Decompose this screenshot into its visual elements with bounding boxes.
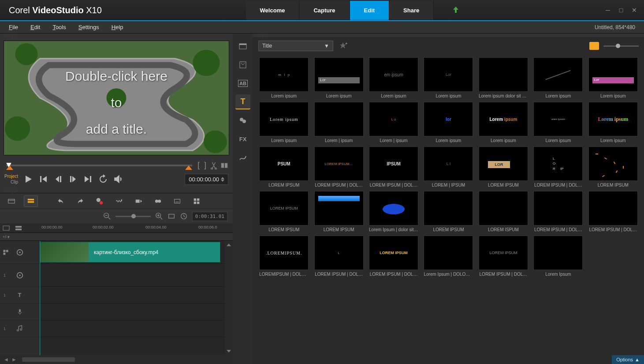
- close-icon[interactable]: ✕: [631, 7, 638, 14]
- title-preset-item[interactable]: LOREM ISPUM: [478, 191, 529, 232]
- title-preset-item[interactable]: LOR IPLOREM IPSUM | DOL…: [532, 146, 584, 188]
- zoom-out-icon[interactable]: [103, 212, 111, 220]
- title-preset-item[interactable]: Lorem ipsumLorem ipsum: [588, 102, 639, 143]
- mark-out-icon[interactable]: [185, 165, 192, 170]
- title-preset-item[interactable]: LorLorem ipsum: [423, 57, 474, 98]
- title-preset-item[interactable]: Lorem | ipsum: [313, 102, 364, 143]
- title-preset-item[interactable]: LOREM IPSUM: [423, 191, 474, 232]
- library-instant-tab[interactable]: [235, 57, 250, 72]
- menu-file[interactable]: File: [9, 24, 18, 30]
- multi-view-button[interactable]: [190, 195, 204, 207]
- menu-edit[interactable]: Edit: [30, 24, 40, 30]
- title-preset-item[interactable]: Lorem ipsumLorem ipsum: [478, 102, 529, 143]
- menu-help[interactable]: Help: [112, 24, 123, 30]
- ruler-view2-icon[interactable]: [12, 223, 25, 233]
- split-icon[interactable]: [220, 161, 228, 169]
- title-preset-item[interactable]: em ipsumLorem ipsum: [368, 57, 419, 98]
- title-preset-item[interactable]: m i pLorem ipsum: [258, 57, 309, 98]
- undo-button[interactable]: [54, 195, 68, 207]
- title-preset-item[interactable]: L oLorem | ipsum: [368, 102, 419, 143]
- voice-track[interactable]: [40, 304, 225, 320]
- add-favorite-icon[interactable]: +: [339, 41, 347, 50]
- menu-settings[interactable]: Settings: [78, 24, 99, 30]
- video-clip[interactable]: картинг-близко_сбоку.mp4: [40, 242, 220, 263]
- tab-welcome[interactable]: Welcome: [246, 1, 300, 20]
- tab-share[interactable]: Share: [389, 1, 434, 20]
- track-motion-button[interactable]: [151, 195, 165, 207]
- title-preset-item[interactable]: LOREM IPSUM: [588, 146, 639, 188]
- subtitle-button[interactable]: [170, 195, 184, 207]
- title-preset-item[interactable]: LORLOREM IPSUM: [478, 146, 529, 188]
- tab-edit[interactable]: Edit: [350, 1, 390, 20]
- zoom-in-icon[interactable]: [155, 212, 163, 220]
- title-preset-item[interactable]: Lorem ipsum dolor sit a…: [478, 57, 529, 98]
- clock-icon[interactable]: [180, 212, 188, 220]
- title-preset-item[interactable]: orem ipsumLorem ipsum: [532, 102, 584, 143]
- prev-frame-icon[interactable]: [53, 174, 63, 184]
- next-frame-icon[interactable]: [68, 174, 78, 184]
- timeline-view-button[interactable]: [24, 195, 38, 207]
- title-preset-item[interactable]: Lorem Ipsum: [532, 236, 584, 277]
- volume-icon[interactable]: [113, 174, 123, 184]
- library-graphic-tab[interactable]: [235, 113, 250, 128]
- video-track[interactable]: картинг-близко_сбоку.mp4: [40, 241, 225, 264]
- scroll-left-icon[interactable]: ◄: [4, 356, 9, 363]
- timecode-up-icon[interactable]: [221, 177, 224, 179]
- audio-mixer-button[interactable]: [112, 195, 126, 207]
- home-icon[interactable]: [38, 174, 48, 184]
- overlay-track[interactable]: [40, 264, 225, 287]
- panel-grip[interactable]: [0, 34, 233, 37]
- video-track-header[interactable]: [0, 241, 39, 264]
- mark-out-bracket[interactable]: ]: [203, 161, 207, 170]
- title-preset-item[interactable]: LOREM IPSUMLOREM IPSUM | DOL…: [368, 236, 419, 277]
- title-preset-item[interactable]: lorLorem ipsum: [423, 102, 474, 143]
- title-preset-item[interactable]: LOREM IPSUM | DOL…: [532, 191, 584, 232]
- thumbnail-size-slider[interactable]: [603, 45, 639, 47]
- timecode-down-icon[interactable]: [221, 180, 224, 182]
- play-icon[interactable]: [23, 174, 34, 184]
- title-track-header[interactable]: 1 T: [0, 287, 39, 304]
- storyboard-view-button[interactable]: [4, 195, 19, 207]
- options-button[interactable]: Options▲: [612, 355, 644, 364]
- fit-icon[interactable]: [168, 212, 175, 220]
- scroll-right-icon[interactable]: ►: [11, 356, 17, 363]
- title-preset-item[interactable]: LOREM IPSUM: [313, 191, 364, 232]
- record-button[interactable]: [93, 195, 107, 207]
- overlay-track-header[interactable]: 1: [0, 264, 39, 287]
- upload-icon[interactable]: [451, 6, 460, 15]
- maximize-icon[interactable]: □: [618, 7, 625, 14]
- playback-mode[interactable]: Project Clip: [4, 173, 18, 185]
- music-track[interactable]: [40, 320, 225, 337]
- zoom-slider[interactable]: [115, 216, 151, 217]
- timeline-vscroll[interactable]: [225, 241, 233, 355]
- end-icon[interactable]: [83, 174, 93, 184]
- library-path-tab[interactable]: [235, 150, 250, 165]
- music-track-header[interactable]: 1: [0, 320, 39, 337]
- cut-icon[interactable]: [210, 161, 218, 169]
- redo-button[interactable]: [73, 195, 87, 207]
- title-preset-item[interactable]: LOREM IPSUM | DOL…: [588, 191, 639, 232]
- title-preset-item[interactable]: Lorem ipsum: [532, 57, 584, 98]
- library-media-tab[interactable]: [235, 39, 250, 54]
- library-transition-tab[interactable]: AB: [235, 76, 250, 91]
- voice-track-header[interactable]: [0, 304, 39, 320]
- title-preset-item[interactable]: IPSUMLOREM IPSUM | DOL…: [368, 146, 419, 188]
- scroll-up-icon[interactable]: [227, 244, 231, 246]
- timeline-ruler[interactable]: 00:00:00.00 00:00:02.00 00:00:04.00 00:0…: [40, 223, 233, 233]
- track-manager-toggle[interactable]: +/- ▾: [0, 233, 40, 240]
- title-preset-item[interactable]: LOREM IPSUMLOREM IPSUM | DOL…: [478, 236, 529, 277]
- ruler-view-icon[interactable]: [0, 223, 12, 233]
- tab-capture[interactable]: Capture: [299, 1, 350, 20]
- title-preset-item[interactable]: LLOREM IPSUM | DOL…: [313, 236, 364, 277]
- title-preset-item[interactable]: LorLorem ipsum: [313, 57, 364, 98]
- title-preset-item[interactable]: PSUMLOREM IPSUM: [258, 146, 309, 188]
- playhead[interactable]: [40, 241, 40, 355]
- scroll-down-icon[interactable]: [227, 350, 231, 353]
- menu-tools[interactable]: Tools: [52, 24, 66, 30]
- panel-grip[interactable]: [253, 34, 644, 37]
- repeat-icon[interactable]: [98, 174, 108, 184]
- mark-in-bracket[interactable]: [: [197, 161, 201, 170]
- title-preset-item[interactable]: Lorem Ipsum | dolor sit …: [368, 191, 419, 232]
- view-thumbnails-button[interactable]: [589, 42, 599, 50]
- scrubber-track[interactable]: [6, 165, 192, 166]
